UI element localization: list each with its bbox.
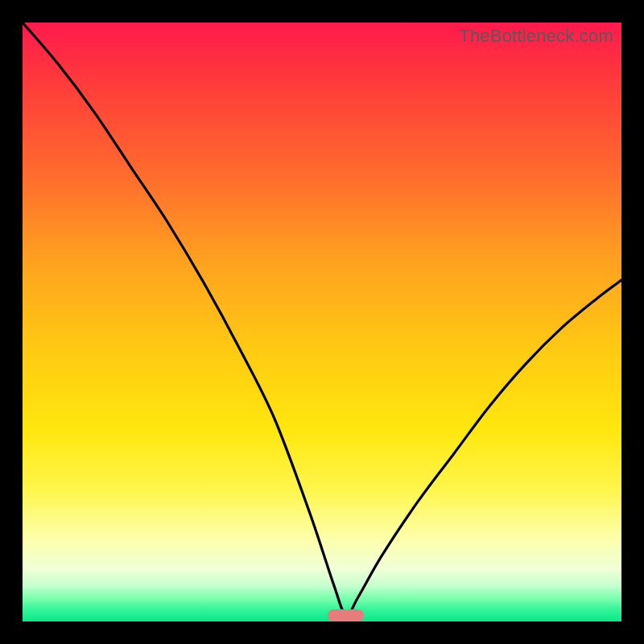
chart-plot-area: TheBottleneck.com — [23, 23, 621, 621]
optimal-marker — [328, 609, 364, 621]
bottleneck-curve — [23, 23, 621, 621]
curve-path — [23, 23, 621, 616]
